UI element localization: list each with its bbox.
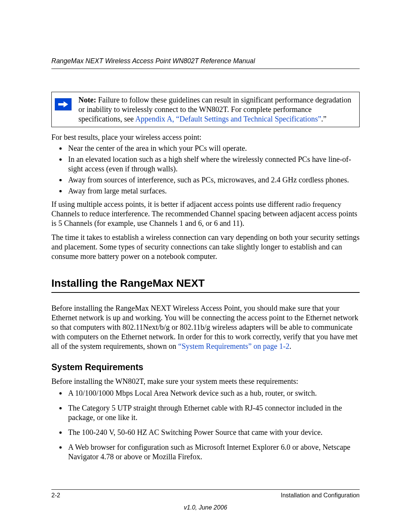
sysreq-intro: Before installing the WN802T, make sure … bbox=[51, 377, 360, 386]
text: . bbox=[289, 342, 291, 350]
appendix-link[interactable]: Appendix A, “Default Settings and Techni… bbox=[135, 115, 321, 123]
best-results-intro: For best results, place your wireless ac… bbox=[51, 133, 360, 142]
list-item: Near the center of the area in which you… bbox=[67, 144, 360, 153]
list-item: Away from large metal surfaces. bbox=[67, 186, 360, 196]
heading-system-requirements: System Requirements bbox=[51, 362, 360, 373]
connection-time-paragraph: The time it takes to establish a wireles… bbox=[51, 233, 360, 261]
list-item: Away from sources of interference, such … bbox=[67, 175, 360, 185]
sysreq-crossref-link[interactable]: “System Requirements” on page 1-2 bbox=[178, 342, 289, 350]
heading-installing: Installing the RangeMax NEXT bbox=[51, 276, 360, 293]
page-content: RangeMax NEXT Wireless Access Point WN80… bbox=[0, 0, 411, 490]
multi-ap-paragraph: If using multiple access points, it is b… bbox=[51, 200, 360, 228]
note-icon-cell bbox=[52, 92, 78, 117]
note-text: Note: Failure to follow these guidelines… bbox=[78, 92, 359, 127]
radio-frequency-term: radio frequency bbox=[296, 200, 341, 208]
list-item: The Category 5 UTP straight through Ethe… bbox=[67, 403, 360, 422]
list-item: The 100-240 V, 50-60 HZ AC Switching Pow… bbox=[67, 428, 360, 437]
list-item: A Web browser for configuration such as … bbox=[67, 443, 360, 462]
sysreq-list: A 10/100/1000 Mbps Local Area Network de… bbox=[51, 388, 360, 462]
running-header: RangeMax NEXT Wireless Access Point WN80… bbox=[51, 57, 360, 69]
list-item: A 10/100/1000 Mbps Local Area Network de… bbox=[67, 388, 360, 398]
section-name: Installation and Configuration bbox=[281, 492, 360, 499]
page-footer: 2-2 Installation and Configuration v1.0,… bbox=[51, 489, 360, 511]
arrow-right-icon bbox=[55, 98, 72, 110]
note-label: Note: bbox=[78, 96, 96, 104]
doc-version: v1.0, June 2006 bbox=[51, 504, 360, 511]
text: If using multiple access points, it is b… bbox=[51, 200, 296, 208]
install-intro-paragraph: Before installing the RangeMax NEXT Wire… bbox=[51, 304, 360, 351]
page-number: 2-2 bbox=[51, 492, 60, 499]
note-body-after: .” bbox=[321, 115, 327, 123]
best-results-list: Near the center of the area in which you… bbox=[51, 144, 360, 196]
list-item: In an elevated location such as a high s… bbox=[67, 155, 360, 174]
text: Channels to reduce interference. The rec… bbox=[51, 209, 357, 227]
note-callout: Note: Failure to follow these guidelines… bbox=[51, 92, 360, 127]
